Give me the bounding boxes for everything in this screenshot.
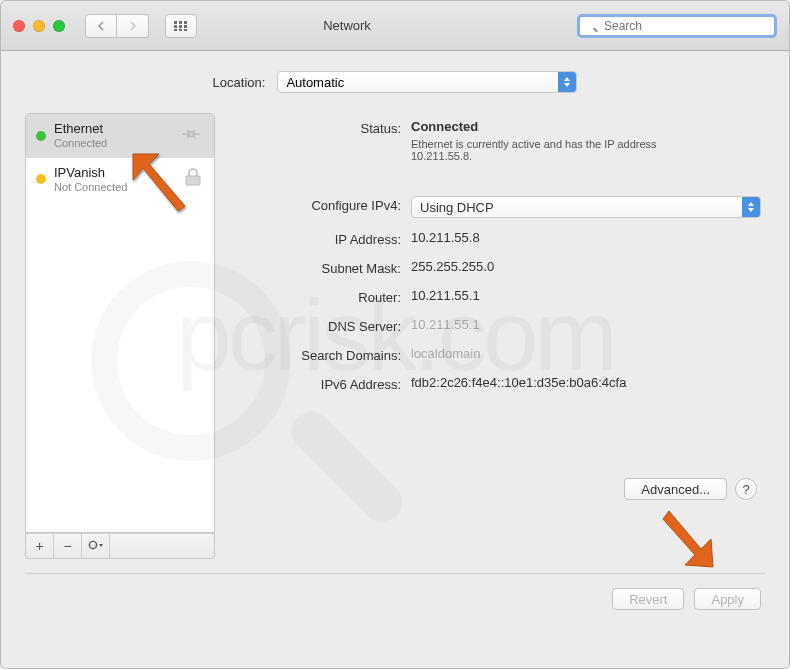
advanced-button[interactable]: Advanced...	[624, 478, 727, 500]
window-title: Network	[125, 18, 569, 33]
search-field-container	[577, 14, 777, 38]
back-button[interactable]	[85, 14, 117, 38]
location-label: Location:	[213, 75, 266, 90]
ethernet-icon	[178, 125, 204, 147]
location-value: Automatic	[286, 75, 344, 90]
subnet-mask-value: 255.255.255.0	[411, 259, 761, 274]
chevron-updown-icon	[742, 197, 760, 217]
minimize-window-button[interactable]	[33, 20, 45, 32]
sidebar-item-ipvanish[interactable]: IPVanish Not Connected	[26, 158, 214, 202]
search-domains-value: localdomain	[411, 346, 761, 361]
ip-address-label: IP Address:	[231, 230, 411, 247]
window-controls	[13, 20, 65, 32]
zoom-window-button[interactable]	[53, 20, 65, 32]
connection-name: Ethernet	[54, 122, 107, 137]
window-body: Location: Automatic Ethernet Connected	[1, 51, 789, 624]
svg-rect-11	[186, 176, 200, 185]
close-window-button[interactable]	[13, 20, 25, 32]
router-label: Router:	[231, 288, 411, 305]
status-description: Ethernet is currently active and has the…	[411, 138, 711, 162]
dns-server-label: DNS Server:	[231, 317, 411, 334]
help-button[interactable]: ?	[735, 478, 757, 500]
titlebar: Network	[1, 1, 789, 51]
search-input[interactable]	[577, 14, 777, 38]
connection-sidebar: Ethernet Connected IPVanish Not Connecte…	[25, 113, 215, 533]
preferences-window: Network Location: Automatic Ethernet	[0, 0, 790, 669]
revert-button[interactable]: Revert	[612, 588, 684, 610]
sidebar-footer: + −	[25, 533, 215, 559]
location-row: Location: Automatic	[25, 71, 765, 93]
status-label: Status:	[231, 119, 411, 136]
dns-server-value: 10.211.55.1	[411, 317, 761, 332]
status-dot-icon	[36, 174, 46, 184]
configure-ipv4-value: Using DHCP	[420, 200, 494, 215]
router-value: 10.211.55.1	[411, 288, 761, 303]
lock-icon	[182, 167, 204, 191]
apply-button[interactable]: Apply	[694, 588, 761, 610]
location-select[interactable]: Automatic	[277, 71, 577, 93]
divider	[25, 573, 765, 574]
connection-status: Connected	[54, 137, 107, 150]
ipv6-address-label: IPv6 Address:	[231, 375, 411, 392]
details-panel: Status: Connected Ethernet is currently …	[227, 113, 765, 559]
connection-name: IPVanish	[54, 166, 127, 181]
svg-point-10	[190, 133, 192, 135]
status-value: Connected	[411, 119, 761, 134]
action-menu-button[interactable]	[82, 534, 110, 558]
chevron-updown-icon	[558, 72, 576, 92]
configure-ipv4-select[interactable]: Using DHCP	[411, 196, 761, 218]
configure-ipv4-label: Configure IPv4:	[231, 196, 411, 213]
ipv6-address-value: fdb2:2c26:f4e4::10e1:d35e:b0a6:4cfa	[411, 375, 761, 390]
subnet-mask-label: Subnet Mask:	[231, 259, 411, 276]
ip-address-value: 10.211.55.8	[411, 230, 761, 245]
connection-status: Not Connected	[54, 181, 127, 194]
remove-connection-button[interactable]: −	[54, 534, 82, 558]
sidebar-item-ethernet[interactable]: Ethernet Connected	[26, 114, 214, 158]
add-connection-button[interactable]: +	[26, 534, 54, 558]
search-domains-label: Search Domains:	[231, 346, 411, 363]
footer-buttons: Revert Apply	[25, 588, 765, 610]
status-dot-icon	[36, 131, 46, 141]
